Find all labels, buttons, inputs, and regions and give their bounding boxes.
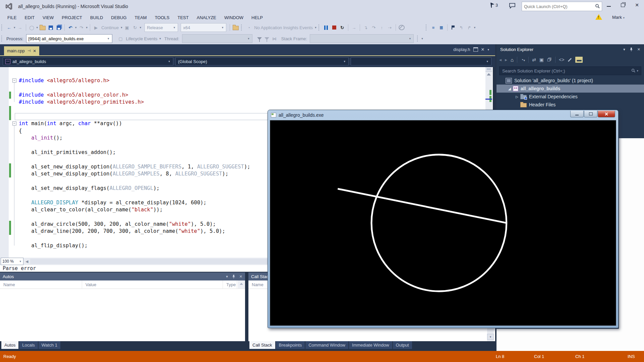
- close-panel-icon[interactable]: ✕: [239, 274, 242, 279]
- toolbar-grip[interactable]: [1, 24, 4, 31]
- zoom-combo[interactable]: 100 %▾: [1, 258, 23, 265]
- solution-platforms-icon[interactable]: [232, 23, 239, 32]
- menu-analyze[interactable]: ANALYZE: [193, 13, 220, 22]
- continue-button[interactable]: Continue: [101, 25, 119, 30]
- step-into-icon[interactable]: ↴: [362, 23, 369, 32]
- sync-with-active-document-icon[interactable]: ⇄: [532, 57, 536, 62]
- tab-list-dropdown[interactable]: ▾: [487, 48, 489, 51]
- code-line[interactable]: al_flip_display();: [19, 242, 87, 250]
- thread-combo[interactable]: ▾: [182, 34, 252, 43]
- pending-changes-filter-icon[interactable]: ◔▾: [521, 57, 525, 62]
- close-tab-icon[interactable]: ✕: [481, 47, 485, 52]
- step-out-icon[interactable]: ↑: [378, 23, 386, 32]
- expander-icon[interactable]: ▷: [515, 95, 519, 99]
- code-line[interactable]: al_init_primitives_addon();: [19, 149, 116, 156]
- code-line[interactable]: #include <allegro5/allegro_primitives.h>: [19, 99, 144, 106]
- panel-tab-immediate-window[interactable]: Immediate Window: [349, 341, 392, 349]
- pin-icon[interactable]: [630, 47, 633, 52]
- panel-tab-locals[interactable]: Locals: [19, 341, 38, 349]
- code-line[interactable]: {: [19, 127, 22, 135]
- minimize-button[interactable]: [602, 0, 616, 10]
- code-line[interactable]: int main(int argc, char **argv()): [19, 120, 122, 127]
- filter-flagged-icon[interactable]: [265, 37, 269, 40]
- properties-icon[interactable]: [568, 58, 572, 61]
- lifecycle-events-button[interactable]: Lifecycle Events: [126, 36, 158, 41]
- insights-icon[interactable]: ◔: [245, 23, 252, 32]
- scroll-down-icon[interactable]: ▾: [487, 334, 494, 340]
- warning-icon[interactable]: [595, 14, 602, 20]
- column-header-value[interactable]: Value: [82, 280, 223, 289]
- run-to-cursor-icon[interactable]: ⇢: [386, 23, 394, 32]
- pin-icon[interactable]: ⊣: [27, 49, 31, 53]
- panel-tab-watch-1[interactable]: Watch 1: [39, 341, 60, 349]
- code-line[interactable]: al_set_new_display_option(ALLEGRO_SAMPLE…: [19, 170, 228, 178]
- panel-scrollbar[interactable]: [238, 280, 245, 289]
- toolbar-options-dropdown[interactable]: ▾: [474, 26, 476, 29]
- indent-increase-icon[interactable]: ≣: [438, 23, 445, 32]
- code-line[interactable]: al_set_new_display_flags(ALLEGRO_OPENGL)…: [19, 185, 160, 192]
- configuration-combo[interactable]: Release▾: [144, 23, 178, 32]
- code-line[interactable]: ALLEGRO_DISPLAY *display = al_create_dis…: [19, 199, 207, 207]
- process-combo[interactable]: [9944] all_allegro_builds.exe▾: [26, 34, 112, 43]
- tree-item-header-files[interactable]: Header Files: [496, 101, 644, 109]
- collapse-all-icon[interactable]: ▣: [539, 57, 544, 62]
- app-window[interactable]: all_allegro_builds.exe ✕: [268, 110, 619, 328]
- home-icon[interactable]: ⌂: [511, 57, 514, 63]
- se-back-icon[interactable]: ◂: [499, 57, 502, 62]
- restart-icon[interactable]: ↻: [339, 23, 346, 32]
- next-bookmark-icon[interactable]: ↱: [466, 23, 473, 32]
- project-scope-combo[interactable]: ++ all_allegro_builds▾: [3, 57, 173, 65]
- quick-launch-input[interactable]: [522, 4, 595, 9]
- tree-item-solution-all-allegro-builds-1-project[interactable]: Solution 'all_allegro_builds' (1 project…: [496, 76, 644, 85]
- stop-icon[interactable]: [331, 23, 338, 32]
- window-position-dropdown-icon[interactable]: ▾: [226, 274, 228, 279]
- show-all-files-icon[interactable]: 🗇: [547, 57, 552, 62]
- indent-decrease-icon[interactable]: ≡: [430, 23, 437, 32]
- solution-explorer-search[interactable]: Search Solution Explorer (Ctrl+;) ▾: [499, 66, 641, 75]
- step-over-icon[interactable]: ↷: [370, 23, 377, 32]
- code-line[interactable]: al_clear_to_color(al_color_name("black")…: [19, 206, 163, 214]
- restore-button[interactable]: [616, 0, 630, 10]
- save-all-icon[interactable]: [55, 23, 62, 32]
- user-account[interactable]: Mark ▾: [612, 15, 625, 20]
- close-panel-icon[interactable]: ✕: [637, 47, 640, 52]
- stack-frame-combo[interactable]: ▾: [310, 34, 414, 43]
- menu-tools[interactable]: TOOLS: [151, 13, 174, 22]
- code-line[interactable]: al_set_new_display_option(ALLEGRO_SAMPLE…: [19, 163, 250, 171]
- menu-test[interactable]: TEST: [174, 13, 193, 22]
- se-forward-icon[interactable]: ▸: [505, 57, 507, 62]
- feedback-icon[interactable]: [509, 3, 516, 10]
- navigate-back-dropdown[interactable]: ▾: [14, 26, 15, 29]
- panel-tab-call-stack[interactable]: Call Stack: [249, 341, 275, 349]
- undo-icon[interactable]: ↶: [67, 23, 74, 32]
- autos-panel-header[interactable]: Autos ▾ ✕: [0, 272, 245, 280]
- code-line[interactable]: #include <allegro5/allegro_color.h>: [19, 92, 128, 99]
- menu-build[interactable]: BUILD: [86, 13, 107, 22]
- navigate-forward-icon[interactable]: →: [16, 23, 24, 32]
- save-icon[interactable]: [47, 23, 54, 32]
- column-header-name[interactable]: Name: [0, 280, 82, 289]
- menu-debug[interactable]: DEBUG: [107, 13, 130, 22]
- member-scope-combo[interactable]: ▾: [351, 57, 491, 65]
- continue-play-icon[interactable]: ▶: [92, 23, 100, 32]
- app-maximize-button[interactable]: [584, 111, 597, 117]
- refresh-icon[interactable]: ↻: [131, 23, 139, 32]
- previous-bookmark-icon[interactable]: ↰: [458, 23, 465, 32]
- navigate-back-icon[interactable]: ←: [5, 23, 13, 32]
- splitter-handle-icon[interactable]: [485, 67, 492, 72]
- app-close-button[interactable]: ✕: [598, 111, 615, 117]
- app-minimize-button[interactable]: [570, 111, 584, 117]
- view-code-icon[interactable]: <>: [559, 57, 564, 62]
- new-window-icon[interactable]: ◯: [28, 23, 36, 32]
- disable-breakpoints-icon[interactable]: [398, 23, 405, 32]
- continue-dropdown[interactable]: ▾: [121, 26, 122, 29]
- solution-explorer-header[interactable]: Solution Explorer ▾ ✕: [496, 44, 644, 54]
- notifications-flag-icon[interactable]: 3: [490, 3, 498, 8]
- undo-dropdown[interactable]: ▾: [75, 26, 77, 29]
- show-next-statement-icon[interactable]: →: [350, 23, 358, 32]
- redo-dropdown[interactable]: ▾: [86, 26, 88, 29]
- allegro-canvas[interactable]: [270, 120, 616, 326]
- insights-dropdown[interactable]: ▾: [315, 26, 316, 29]
- new-window-dropdown[interactable]: ▾: [37, 26, 38, 29]
- window-position-dropdown-icon[interactable]: ▾: [623, 47, 625, 52]
